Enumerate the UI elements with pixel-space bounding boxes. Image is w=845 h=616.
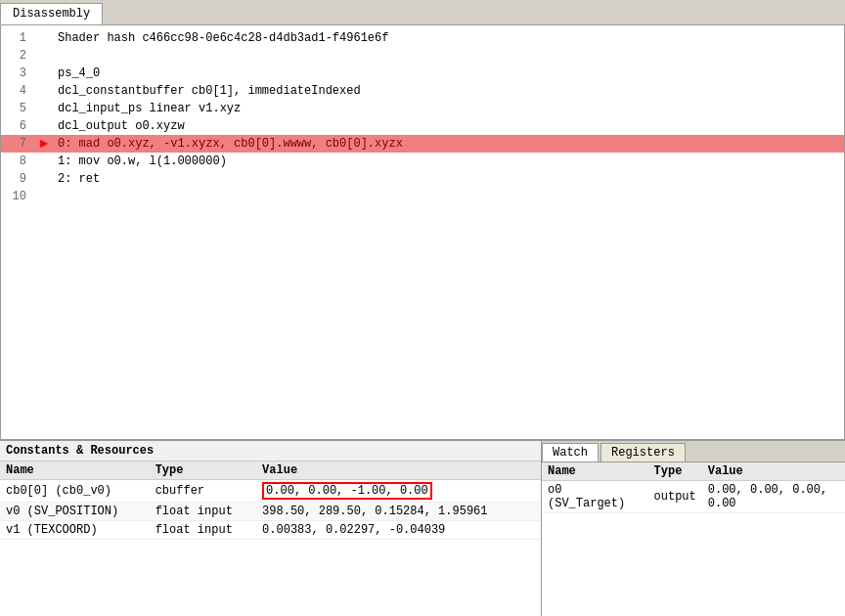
- code-line: 2: [1, 47, 844, 65]
- row-name: cb0[0] (cb0_v0): [0, 480, 150, 503]
- line-content: 1: mov o0.w, l(1.000000): [54, 154, 840, 168]
- table-row: v0 (SV_POSITION)float input398.50, 289.5…: [0, 503, 541, 521]
- line-content: Shader hash c466cc98-0e6c4c28-d4db3ad1-f…: [54, 31, 840, 45]
- line-number: 1: [5, 31, 34, 45]
- constants-table: Name Type Value cb0[0] (cb0_v0)cbuffer0.…: [0, 462, 541, 540]
- code-line: 1Shader hash c466cc98-0e6c4c28-d4db3ad1-…: [1, 29, 844, 47]
- line-number: 10: [5, 190, 34, 203]
- watch-table-container: Name Type Value o0 (SV_Target)output0.00…: [542, 462, 845, 616]
- watch-col-name: Name: [542, 462, 648, 481]
- code-line: 4 dcl_constantbuffer cb0[1], immediateIn…: [1, 82, 844, 100]
- code-line: 10: [1, 188, 844, 205]
- watch-tab-bar: Watch Registers: [542, 441, 845, 462]
- watch-col-value: Value: [702, 462, 845, 481]
- watch-panel: Watch Registers Name Type Value o0 (SV_T…: [542, 441, 845, 616]
- line-content: dcl_output o0.xyzw: [54, 119, 840, 133]
- line-number: 5: [5, 102, 34, 115]
- registers-tab[interactable]: Registers: [600, 443, 686, 462]
- col-value: Value: [256, 462, 541, 480]
- row-name: v1 (TEXCOORD): [0, 521, 150, 540]
- code-line: 3ps_4_0: [1, 65, 844, 82]
- tab-bar: Disassembly: [0, 0, 845, 25]
- line-number: 3: [5, 66, 34, 80]
- line-number: 8: [5, 154, 34, 168]
- disassembly-tab[interactable]: Disassembly: [0, 3, 103, 24]
- code-line: 8 1: mov o0.w, l(1.000000): [1, 153, 844, 170]
- row-name: v0 (SV_POSITION): [0, 503, 150, 521]
- line-content: dcl_constantbuffer cb0[1], immediateInde…: [54, 84, 840, 98]
- line-number: 4: [5, 84, 34, 98]
- watch-tab[interactable]: Watch: [542, 443, 599, 462]
- code-line: 7►0: mad o0.xyz, -v1.xyzx, cb0[0].wwww, …: [1, 135, 844, 153]
- watch-table: Name Type Value o0 (SV_Target)output0.00…: [542, 462, 845, 513]
- line-content: 2: ret: [54, 172, 840, 186]
- watch-row-type: output: [648, 481, 702, 513]
- arrow-col: ►: [34, 136, 54, 152]
- code-lines: 1Shader hash c466cc98-0e6c4c28-d4db3ad1-…: [1, 25, 844, 209]
- watch-row-value: 0.00, 0.00, 0.00, 0.00: [702, 481, 845, 513]
- watch-col-type: Type: [648, 462, 702, 481]
- constants-panel-title: Constants & Resources: [0, 441, 541, 462]
- highlighted-value: 0.00, 0.00, -1.00, 0.00: [262, 482, 432, 500]
- line-content: 0: mad o0.xyz, -v1.xyzx, cb0[0].wwww, cb…: [54, 137, 840, 151]
- col-name: Name: [0, 462, 150, 480]
- col-type: Type: [150, 462, 256, 480]
- bottom-panels: Constants & Resources Name Type Value cb…: [0, 440, 845, 616]
- line-content: dcl_input_ps linear v1.xyz: [54, 102, 840, 115]
- code-line: 9 2: ret: [1, 170, 844, 188]
- table-row: cb0[0] (cb0_v0)cbuffer0.00, 0.00, -1.00,…: [0, 480, 541, 503]
- current-line-arrow: ►: [40, 136, 48, 152]
- disassembly-area: 1Shader hash c466cc98-0e6c4c28-d4db3ad1-…: [0, 25, 845, 440]
- row-value: 0.00, 0.00, -1.00, 0.00: [256, 480, 541, 503]
- code-line: 5 dcl_input_ps linear v1.xyz: [1, 100, 844, 117]
- line-number: 2: [5, 49, 34, 63]
- line-number: 9: [5, 172, 34, 186]
- line-number: 6: [5, 119, 34, 133]
- row-type: float input: [150, 521, 256, 540]
- row-value: 0.00383, 0.02297, -0.04039: [256, 521, 541, 540]
- table-row: v1 (TEXCOORD)float input0.00383, 0.02297…: [0, 521, 541, 540]
- line-content: ps_4_0: [54, 66, 840, 80]
- line-number: 7: [5, 137, 34, 151]
- code-line: 6 dcl_output o0.xyzw: [1, 117, 844, 135]
- row-value: 398.50, 289.50, 0.15284, 1.95961: [256, 503, 541, 521]
- watch-row: o0 (SV_Target)output0.00, 0.00, 0.00, 0.…: [542, 481, 845, 513]
- row-type: cbuffer: [150, 480, 256, 503]
- watch-row-name: o0 (SV_Target): [542, 481, 648, 513]
- row-type: float input: [150, 503, 256, 521]
- constants-panel: Constants & Resources Name Type Value cb…: [0, 441, 542, 616]
